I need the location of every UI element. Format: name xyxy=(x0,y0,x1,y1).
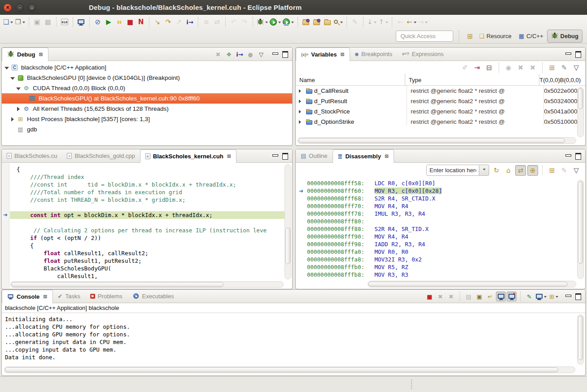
tab-problems[interactable]: ✖ Problems xyxy=(85,289,127,303)
tab-executables[interactable]: Executables xyxy=(127,289,179,303)
code-line[interactable]: BlackScholesBodyGPU( xyxy=(10,265,285,272)
show-type-names-icon[interactable]: ✐ xyxy=(460,62,470,73)
debug-tree-item[interactable]: BlackScholesGPU() at BlackScholes_kernel… xyxy=(2,93,292,104)
pin-view-icon[interactable]: ✎ xyxy=(559,62,569,73)
code-editor[interactable]: ➜ { ////Thread index //const int tid = b… xyxy=(2,163,292,288)
open-project-icon[interactable] xyxy=(301,17,311,27)
previous-annotation-icon[interactable]: ↑ xyxy=(377,17,389,27)
remove-launch-icon[interactable]: ✖ xyxy=(435,292,445,301)
disassembly-line[interactable]: 00000000008fffb0: MOV R5, RZ xyxy=(296,263,578,271)
pin-view-icon[interactable]: ✎ xyxy=(559,165,569,176)
window-minimize-button[interactable]: – xyxy=(16,4,24,12)
maximize-view-button[interactable] xyxy=(281,51,289,57)
step-over-icon[interactable]: ↷ xyxy=(163,17,174,27)
source-code[interactable]: { ////Thread index //const int tid = blo… xyxy=(10,163,285,280)
scrollbar-thumb[interactable] xyxy=(11,282,223,287)
binary-file-icon[interactable]: 010 xyxy=(59,17,70,27)
clear-console-icon[interactable]: ▤ xyxy=(464,292,473,301)
suspend-icon[interactable]: ▮▮ xyxy=(114,17,125,27)
search-icon[interactable] xyxy=(333,17,344,27)
debug-tree-item[interactable]: Cblackschole [C/C++ Application] xyxy=(2,62,292,73)
scrollbar-thumb[interactable] xyxy=(298,138,565,143)
tab-disassembly[interactable]: ≣ Disassembly ⊠ xyxy=(333,149,394,163)
disassembly-line[interactable]: 00000000008fff70: MOV R4, R4 xyxy=(296,202,578,210)
minimize-view-button[interactable] xyxy=(272,152,279,159)
console-output[interactable]: Initializing data......allocating CPU me… xyxy=(2,313,585,361)
disassembly-line[interactable]: 00000000008fffa0: MOV R0, R0 xyxy=(296,248,578,256)
code-line[interactable]: ////Thread index xyxy=(10,173,285,181)
tab-tasks[interactable]: ✔ Tasks xyxy=(53,289,85,303)
show-breakpoint-types-icon[interactable]: ❖ xyxy=(224,49,234,59)
debug-launch-tree[interactable]: Cblackschole [C/C++ Application]BlackSch… xyxy=(2,61,292,135)
disassembly-line[interactable]: 00000000008fff78: IMUL R3, R3, R4 xyxy=(296,210,578,218)
tree-expander-icon[interactable] xyxy=(10,76,15,80)
disassembly-line[interactable]: 00000000008fff90: MOV R4, R4 xyxy=(296,233,578,240)
code-line[interactable]: callResult1, xyxy=(10,272,285,280)
instruction-stepping-mode-icon[interactable]: i→ xyxy=(235,49,245,59)
current-execution-line[interactable]: const int opt = blockDim.x * blockIdx.x … xyxy=(10,211,285,219)
profile-icon[interactable] xyxy=(282,17,295,27)
editor-annotation-ruler[interactable]: ➜ xyxy=(2,163,9,288)
tree-expander-icon[interactable] xyxy=(299,120,303,124)
tab-outline[interactable]: ▤ Outline xyxy=(296,149,333,162)
show-stdout-on-change-icon[interactable] xyxy=(496,292,506,301)
scrollbar-thumb[interactable] xyxy=(578,181,583,264)
close-icon[interactable]: ⊠ xyxy=(227,153,231,159)
home-icon[interactable]: ⌂ xyxy=(503,165,514,176)
debug-icon[interactable] xyxy=(256,17,269,27)
disassembly-line[interactable]: 00000000008fffb8: MOV R3, R3 xyxy=(296,271,578,279)
scrollbar-thumb[interactable] xyxy=(578,316,583,360)
new-view-icon[interactable]: ⊞ xyxy=(547,165,557,176)
open-console-view-icon[interactable] xyxy=(76,17,87,27)
column-header-name[interactable]: Name xyxy=(296,74,405,85)
collapse-all-icon[interactable]: ⊟ xyxy=(484,62,495,73)
debug-tree-item[interactable]: ⚙All Kernel Threads (15,625 Blocks of 12… xyxy=(2,104,292,114)
editor-tab-blackscholes-cu[interactable]: c BlackScholes.cu xyxy=(2,149,62,162)
window-maximize-button[interactable]: ▫ xyxy=(28,4,36,12)
tree-expander-icon[interactable] xyxy=(10,117,15,122)
sync-with-selection-icon[interactable]: ⊕ xyxy=(527,165,538,176)
save-all-icon[interactable]: ▦ xyxy=(43,17,53,27)
forward-icon[interactable]: → xyxy=(417,17,429,27)
disassembly-vertical-scrollbar[interactable] xyxy=(577,180,584,279)
resume-icon[interactable]: ▶ xyxy=(103,17,114,27)
next-annotation-icon[interactable]: ↓ xyxy=(366,17,378,27)
tab-console[interactable]: Console ⊠ xyxy=(2,290,53,303)
back-icon[interactable]: ← xyxy=(406,17,417,27)
terminate-icon[interactable]: ■ xyxy=(125,17,136,27)
close-icon[interactable]: ⊠ xyxy=(43,294,47,300)
remove-all-terminated-icon[interactable]: ✖ xyxy=(213,49,223,59)
word-wrap-icon[interactable]: ↵ xyxy=(485,292,495,301)
step-into-icon[interactable]: ↘ xyxy=(152,17,163,27)
new-wizard-icon[interactable]: ❑ xyxy=(2,17,14,27)
maximize-view-button[interactable] xyxy=(281,152,289,159)
editor-horizontal-scrollbar[interactable] xyxy=(10,281,284,288)
watch-expression-icon[interactable]: ◉ xyxy=(503,62,514,73)
code-line[interactable]: float callResult1, callResult2; xyxy=(10,249,285,257)
minimize-view-button[interactable] xyxy=(565,51,572,57)
use-step-filters-icon[interactable]: ⇄ xyxy=(212,17,223,27)
code-line[interactable]: { xyxy=(10,242,285,249)
debug-tree-item[interactable]: ⚙CUDA Thread (0,0,0) Block (0,0,0) xyxy=(2,83,292,93)
status-bar-grip[interactable] xyxy=(411,379,412,389)
tab-debug[interactable]: Debug ⊠ xyxy=(2,48,48,61)
run-icon[interactable] xyxy=(269,17,282,27)
tab-variables[interactable]: (x)= Variables ⊠ xyxy=(296,48,350,61)
variables-table[interactable]: d_CallResultrestrict @generic float2 * r… xyxy=(296,86,585,125)
minimize-view-button[interactable] xyxy=(565,293,572,299)
disassembly-line[interactable]: 00000000008fff58: LDC R0, c[0x0][R0] xyxy=(296,179,578,187)
location-input[interactable] xyxy=(426,165,479,176)
open-file-icon[interactable] xyxy=(322,17,333,27)
close-icon[interactable]: ⊠ xyxy=(340,52,344,57)
undo-icon[interactable]: ↶ xyxy=(228,17,239,27)
code-line[interactable]: if (opt < (optN / 2)) xyxy=(10,234,285,242)
add-global-variables-icon[interactable]: ⇥ xyxy=(472,62,482,73)
disassembly-line[interactable]: ➜00000000008fff60: MOV R3, c[0x0][0x28] xyxy=(296,187,578,195)
new-view-icon[interactable]: ⊞ xyxy=(547,62,557,73)
location-dropdown-button[interactable] xyxy=(479,165,489,176)
remove-selected-icon[interactable]: ✖ xyxy=(515,62,526,73)
follow-pc-icon[interactable]: ⇄ xyxy=(515,165,526,176)
open-console-icon[interactable]: ⊞ xyxy=(548,292,559,301)
new-cpp-project-icon[interactable]: ❒ xyxy=(14,17,26,27)
tab-expressions[interactable]: x=? Expressions xyxy=(397,47,449,61)
